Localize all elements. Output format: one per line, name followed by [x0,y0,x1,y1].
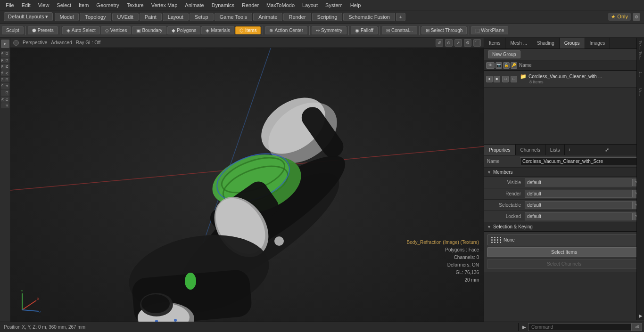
menu-animate[interactable]: Animate [181,1,207,9]
selectable-select-wrapper[interactable]: default ▼ [525,201,641,209]
tab-shading[interactable]: Shading [532,38,560,49]
menu-system[interactable]: System [322,1,347,9]
sel-keying-section-header[interactable]: ▼ Selection & Keying [484,222,644,232]
tab-mesh[interactable]: Mesh ... [505,38,532,49]
presets-button[interactable]: ⬟ Presets [28,26,58,34]
command-input[interactable] [528,323,632,331]
props-tab-properties[interactable]: Properties [484,145,516,155]
menu-view[interactable]: View [34,1,53,9]
menu-dynamics[interactable]: Dynamics [208,1,238,9]
visible-value[interactable]: default [525,179,632,186]
vertices-button[interactable]: ◇ Vertices [101,26,132,34]
falloff-button[interactable]: ◉ Falloff [351,26,378,34]
menu-file[interactable]: File [2,1,18,9]
sidebar-item-env[interactable]: En: [1,77,9,83]
groups-empty [484,88,644,144]
tab-groups[interactable]: Groups [560,38,585,49]
mode-tab-render[interactable]: Render [283,13,311,21]
props-tab-lists[interactable]: Lists [545,145,565,155]
mode-tab-gametools[interactable]: Game Tools [215,13,253,21]
row-cam-icon[interactable]: ■ [494,76,500,82]
select-items-button[interactable]: Select Items [487,247,641,257]
viewport-zoom-icon[interactable]: ⤢ [454,39,462,47]
ray-gl-label[interactable]: Ray GL: Off [76,40,101,45]
tab-images[interactable]: Images [585,38,611,49]
mode-tab-uvedit[interactable]: UVEdit [112,13,139,21]
star-only-toggle[interactable]: ★ Only [608,13,631,21]
action-center-button[interactable]: ⊕ Action Center [265,26,307,34]
mode-tab-model[interactable]: Model [55,13,79,21]
members-section-header[interactable]: ▼ Members [484,168,644,177]
sculpt-button[interactable]: Sculpt [2,26,24,34]
viewport-3d[interactable]: Body_Refraction (Image) (Texture) Polygo… [10,48,484,322]
viewport-canvas[interactable]: Body_Refraction (Image) (Texture) Polygo… [10,48,484,322]
locked-value[interactable]: default [525,213,632,220]
viewport-settings-icon[interactable]: ⚙ [464,39,471,47]
autoselect-button[interactable]: ◈ Auto Select [62,26,100,34]
add-layout-button[interactable]: + [396,13,405,21]
group-row[interactable]: ● ■ □ □ 📁 Cordless_Vacuum_Cleaner_with .… [484,71,644,88]
sidebar-top-btn[interactable]: ▶ [1,40,9,48]
mode-tab-animate[interactable]: Animate [253,13,282,21]
props-expand-icon[interactable]: ⤢ [603,146,611,154]
render-value[interactable]: default [525,190,632,197]
advanced-label[interactable]: Advanced [51,40,72,45]
row-key-icon[interactable]: □ [511,76,517,82]
symmetry-button[interactable]: ⇔ Symmetry [312,26,347,34]
strip-arrow-btn[interactable]: ▶ [637,311,644,320]
add-props-tab-button[interactable]: + [565,146,573,154]
visible-select-wrapper[interactable]: default ▼ [525,178,641,186]
selectable-value[interactable]: default [525,202,632,209]
menu-layout[interactable]: Layout [298,1,322,9]
sidebar-item-uv[interactable]: UV: [1,97,9,103]
viewport-expand-icon[interactable]: ⬛ [473,39,481,47]
polygons-button[interactable]: ◆ Polygons [167,26,200,34]
svg-point-15 [123,225,275,322]
menu-help[interactable]: Help [347,1,365,9]
sidebar-item-f[interactable]: F [1,103,9,108]
tab-items[interactable]: Items [484,38,505,49]
row-render-icon[interactable]: □ [502,76,509,82]
viewport-container[interactable]: Perspective Advanced Ray GL: Off ↺ ⊙ ⤢ ⚙… [10,38,484,322]
mode-tab-scripting[interactable]: Scripting [312,13,343,21]
mode-tab-schematic[interactable]: Schematic Fusion [343,13,395,21]
props-tab-channels[interactable]: Channels [516,145,545,155]
none-button[interactable]: None [487,235,641,245]
sidebar-item-poly[interactable]: Po: [1,83,9,89]
menu-vertex-map[interactable]: Vertex Map [148,1,182,9]
menu-edit[interactable]: Edit [18,1,34,9]
sidebar-item-d[interactable]: De: [1,51,9,57]
mode-tab-setup[interactable]: Setup [190,13,214,21]
menu-geometry[interactable]: Geometry [92,1,123,9]
boundary-button[interactable]: ▣ Boundary [132,26,166,34]
constraint-button[interactable]: ⊟ Constrai... [382,26,417,34]
mode-tab-topology[interactable]: Topology [80,13,111,21]
mode-tab-layout[interactable]: Layout [163,13,189,21]
row-eye-icon[interactable]: ● [486,76,493,82]
select-through-button[interactable]: ⊞ Select Through [421,26,467,34]
name-field[interactable] [520,157,641,165]
sidebar-item-mesh[interactable]: Me: [1,64,9,70]
settings-icon[interactable]: ⚙ [633,13,640,21]
menu-select[interactable]: Select [53,1,75,9]
command-submit-button[interactable]: ⏎ [632,323,642,331]
sidebar-item-vert[interactable]: Ve: [1,70,9,76]
viewport-rotate-icon[interactable]: ↺ [436,39,443,47]
materials-button[interactable]: ◈ Materials [201,26,234,34]
items-button[interactable]: ⬡ Items [235,26,261,34]
new-group-button[interactable]: New Group [488,50,520,58]
layouts-dropdown[interactable]: Default Layouts ▾ [4,12,53,21]
menu-texture[interactable]: Texture [123,1,148,9]
viewport-reset-icon[interactable]: ⊙ [445,39,453,47]
perspective-label[interactable]: Perspective [23,40,47,45]
menu-item[interactable]: Item [75,1,92,9]
locked-select-wrapper[interactable]: default ▼ [525,212,641,220]
menu-maxtomodo[interactable]: MaxToModo [263,1,298,9]
sidebar-item-c[interactable]: C: [1,89,9,96]
workplane-button[interactable]: ⬚ WorkPlane [471,26,508,34]
menu-render[interactable]: Render [238,1,263,9]
sidebar-item-dup[interactable]: Du: [1,57,9,64]
select-channels-button[interactable]: Select Channels [487,259,641,269]
mode-tab-paint[interactable]: Paint [140,13,162,21]
render-select-wrapper[interactable]: default ▼ [525,190,641,198]
